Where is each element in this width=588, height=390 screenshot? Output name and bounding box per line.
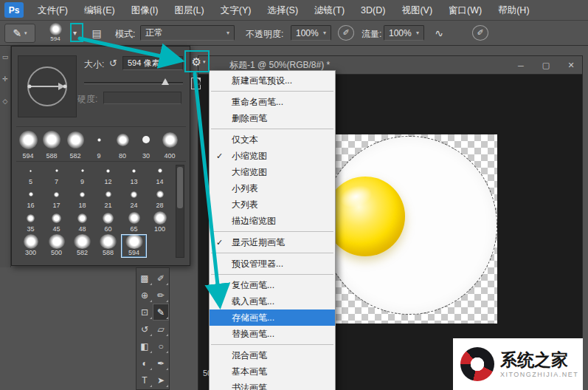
brush-preset-5[interactable]: 5 — [18, 163, 44, 187]
menu-3d[interactable]: 3D(D) — [353, 0, 393, 21]
path-select-tool[interactable]: ➤ — [153, 372, 169, 389]
new-brush-preset-icon[interactable] — [191, 78, 201, 89]
brush-preset-14[interactable]: 14 — [147, 163, 173, 187]
menu-item-calligraphic-brushes[interactable]: 书法画笔 — [210, 380, 335, 390]
menu-item-rename-brush[interactable]: 重命名画笔... — [210, 94, 335, 110]
spot-healing-tool[interactable]: ⊕ — [136, 287, 153, 304]
pencil-tool[interactable]: ✏ — [153, 287, 169, 304]
brush-preset-300[interactable]: 300 — [18, 234, 44, 258]
menu-item-assorted-brushes[interactable]: 混合画笔 — [210, 347, 335, 363]
photoshop-logo: Ps — [4, 2, 24, 18]
dodge-tool[interactable]: ◐ — [136, 355, 153, 372]
lasso-tool-icon[interactable]: ◇ — [3, 98, 8, 105]
flow-dropdown[interactable]: 100% ▾ — [384, 25, 424, 41]
pen-tool[interactable]: ✒ — [153, 355, 169, 372]
recent-brush-80[interactable]: 80 — [111, 127, 134, 161]
minimize-icon[interactable]: ─ — [516, 61, 526, 70]
brush-preset-9[interactable]: 9 — [69, 163, 95, 187]
brush-preset-35[interactable]: 35 — [18, 211, 44, 234]
gradient-tool[interactable]: ◧ — [136, 338, 153, 355]
brush-preset-45[interactable]: 45 — [44, 211, 69, 234]
size-input[interactable]: 594 像素 — [122, 56, 183, 70]
brush-tip-angle-control[interactable] — [18, 55, 77, 117]
menu-help[interactable]: 帮助(H) — [490, 0, 537, 21]
brush-preset-582[interactable]: 582 — [69, 234, 95, 258]
menu-item-basic-brushes[interactable]: 基本画笔 — [210, 363, 335, 380]
patch-tool[interactable]: ▩ — [136, 270, 153, 287]
size-slider[interactable] — [84, 78, 183, 86]
move-tool-icon[interactable]: ✛ — [2, 75, 8, 83]
brush-preset-48[interactable]: 48 — [69, 211, 95, 234]
brush-preset-28[interactable]: 28 — [147, 187, 173, 211]
opacity-label: 不透明度: — [246, 28, 283, 41]
menu-item-reset-brushes[interactable]: 复位画笔... — [210, 277, 335, 293]
brush-preset-100[interactable]: 100 — [147, 211, 173, 234]
menu-item-preset-manager[interactable]: 预设管理器... — [210, 256, 335, 272]
menu-file[interactable]: 文件(F) — [30, 0, 76, 21]
maximize-icon[interactable]: ▢ — [541, 61, 551, 70]
recent-brush-9[interactable]: 9 — [87, 127, 111, 161]
airbrush-icon[interactable]: ∿ — [431, 25, 447, 41]
mode-dropdown[interactable]: 正常 ▾ — [140, 25, 235, 41]
eyedropper-tool[interactable]: ✐ — [153, 270, 169, 287]
pen-pressure-opacity-icon[interactable]: ✐ — [338, 25, 354, 41]
size-slider-thumb[interactable] — [162, 78, 169, 85]
brush-preset-12[interactable]: 12 — [95, 163, 121, 187]
menu-type[interactable]: 文字(Y) — [212, 0, 260, 21]
clone-stamp-tool[interactable]: ⊡ — [136, 304, 153, 321]
menu-layer[interactable]: 图层(L) — [166, 0, 212, 21]
menu-item-large-thumbnail[interactable]: 大缩览图 — [210, 164, 335, 180]
menu-item-delete-brush[interactable]: 删除画笔 — [210, 110, 335, 126]
brush-preset-60[interactable]: 60 — [95, 211, 121, 234]
brush-preset-594-selected[interactable]: 594 — [121, 234, 147, 258]
menu-item-new-brush-preset[interactable]: 新建画笔预设... — [210, 72, 335, 89]
brush-preset-65[interactable]: 65 — [121, 211, 147, 234]
mode-label: 模式: — [115, 28, 135, 41]
brush-preset-24[interactable]: 24 — [121, 187, 147, 211]
brush-preset-16[interactable]: 16 — [18, 187, 44, 211]
menu-image[interactable]: 图像(I) — [123, 0, 167, 21]
toggle-brush-panel-icon[interactable]: ▤ — [89, 26, 104, 41]
brush-preset-13[interactable]: 13 — [121, 163, 147, 187]
opacity-dropdown[interactable]: 100% ▾ — [291, 25, 331, 41]
menu-view[interactable]: 视图(V) — [393, 0, 440, 21]
pen-pressure-size-icon[interactable]: ✐ — [472, 25, 488, 41]
menu-item-large-list[interactable]: 大列表 — [210, 196, 335, 213]
check-icon: ✓ — [216, 148, 223, 164]
brush-preset-21[interactable]: 21 — [95, 187, 121, 211]
brush-tool[interactable]: ✎ — [153, 304, 169, 321]
recent-brush-30[interactable]: 30 — [134, 127, 158, 161]
close-icon[interactable]: ✕ — [566, 61, 576, 70]
brush-preset-7[interactable]: 7 — [44, 163, 69, 187]
menu-item-small-list[interactable]: 小列表 — [210, 180, 335, 196]
brush-preset-18[interactable]: 18 — [69, 187, 95, 211]
recent-brush-400[interactable]: 400 — [158, 127, 181, 161]
history-brush-tool[interactable]: ↺ — [136, 321, 153, 338]
recent-brush-588[interactable]: 588 — [40, 127, 63, 161]
menu-item-show-recent-brushes[interactable]: ✓显示近期画笔 — [210, 234, 335, 250]
brush-preset-picker-button[interactable]: 594 — [42, 23, 69, 44]
menu-item-stroke-thumbnail[interactable]: 描边缩览图 — [210, 213, 335, 229]
menu-item-text-only[interactable]: 仅文本 — [210, 131, 335, 148]
menu-item-save-brushes[interactable]: 存储画笔... — [210, 309, 335, 326]
blur-tool[interactable]: ○ — [153, 338, 169, 355]
recent-brush-582[interactable]: 582 — [63, 127, 87, 161]
menu-window[interactable]: 窗口(W) — [440, 0, 490, 21]
brush-preset-588[interactable]: 588 — [95, 234, 121, 258]
menu-select[interactable]: 选择(S) — [259, 0, 306, 21]
recent-brush-594[interactable]: 594 — [16, 127, 40, 161]
menu-item-replace-brushes[interactable]: 替换画笔... — [210, 326, 335, 342]
scrollbar-thumb[interactable] — [177, 167, 183, 208]
marquee-tool-icon[interactable]: ▭ — [2, 53, 9, 61]
brush-tool-preset-button[interactable]: ✎ ▾ — [4, 24, 35, 43]
menu-item-load-brushes[interactable]: 载入画笔... — [210, 293, 335, 309]
brush-grid-scrollbar[interactable] — [176, 165, 184, 258]
reset-size-icon[interactable]: ↺ — [109, 58, 117, 69]
menu-edit[interactable]: 编辑(E) — [76, 0, 123, 21]
type-tool[interactable]: T — [136, 372, 153, 389]
eraser-tool[interactable]: ▱ — [153, 321, 169, 338]
menu-item-small-thumbnail[interactable]: ✓小缩览图 — [210, 148, 335, 164]
menu-filter[interactable]: 滤镜(T) — [306, 0, 353, 21]
brush-preset-17[interactable]: 17 — [44, 187, 69, 211]
brush-preset-500[interactable]: 500 — [44, 234, 69, 258]
